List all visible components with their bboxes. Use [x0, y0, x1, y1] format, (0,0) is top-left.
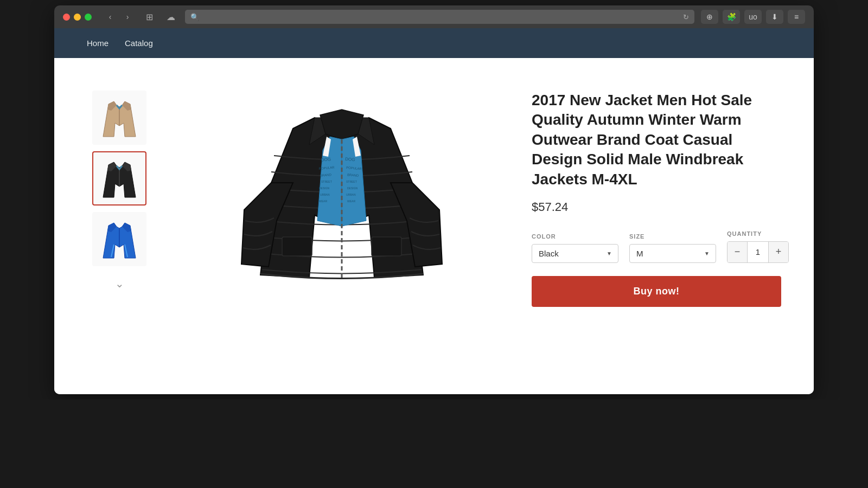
svg-text:WEAR: WEAR: [347, 200, 355, 203]
svg-text:DOG: DOG: [321, 157, 331, 163]
color-select-wrapper: Black Beige Blue: [532, 244, 618, 263]
svg-text:STREET: STREET: [321, 180, 332, 183]
color-select[interactable]: Black Beige Blue: [532, 244, 618, 263]
cloud-button[interactable]: ☁: [163, 11, 178, 23]
browser-actions: ⊕ 🧩 uo ⬇ ≡: [701, 10, 805, 24]
thumbnail-column: ⌄: [87, 80, 152, 318]
quantity-decrease-button[interactable]: −: [727, 242, 747, 262]
product-details: 2017 New Jacket Men Hot Sale Quality Aut…: [532, 80, 781, 318]
download-button[interactable]: ⬇: [766, 10, 783, 24]
quantity-option-group: QUANTITY − 1 +: [727, 230, 789, 263]
color-option-group: COLOR Black Beige Blue: [532, 233, 618, 263]
size-label: SIZE: [629, 233, 716, 240]
svg-rect-14: [282, 237, 312, 256]
reader-button[interactable]: uo: [744, 10, 762, 24]
product-price: $57.24: [532, 200, 781, 214]
site-header: Home Catalog: [54, 28, 814, 58]
nav-catalog[interactable]: Catalog: [125, 38, 153, 48]
color-label: COLOR: [532, 233, 618, 240]
svg-text:URBAN: URBAN: [320, 193, 330, 196]
back-button[interactable]: ‹: [103, 11, 118, 23]
svg-text:WEAR: WEAR: [319, 200, 327, 203]
more-button[interactable]: ≡: [788, 10, 805, 24]
svg-rect-15: [372, 237, 401, 256]
svg-text:URBAN: URBAN: [346, 193, 356, 196]
size-select-wrapper: M L XL 2XL 3XL 4XL: [629, 244, 716, 263]
quantity-value: 1: [747, 242, 769, 262]
quantity-control: − 1 +: [727, 241, 789, 263]
share-button[interactable]: ⊕: [701, 10, 718, 24]
product-layout: ⌄: [87, 80, 781, 318]
main-product-image: DOG POPULAR BRAND STREET DESIGN URBAN WE…: [239, 85, 445, 313]
buy-now-button[interactable]: Buy now!: [532, 276, 781, 307]
traffic-lights: [63, 14, 92, 21]
forward-button[interactable]: ›: [120, 11, 135, 23]
search-icon: 🔍: [190, 13, 199, 21]
address-bar[interactable]: 🔍 ↻: [185, 10, 694, 24]
site-body: ⌄: [54, 58, 814, 394]
nav-home[interactable]: Home: [87, 38, 108, 48]
product-title: 2017 New Jacket Men Hot Sale Quality Aut…: [532, 91, 781, 189]
size-option-group: SIZE M L XL 2XL 3XL 4XL: [629, 233, 716, 263]
traffic-light-maximize[interactable]: [85, 14, 92, 21]
main-image-area: DOG POPULAR BRAND STREET DESIGN URBAN WE…: [174, 80, 510, 318]
traffic-light-minimize[interactable]: [74, 14, 81, 21]
svg-text:DESIGN: DESIGN: [347, 187, 358, 190]
site-nav: Home Catalog: [87, 28, 781, 58]
browser-nav-buttons: ‹ ›: [103, 11, 135, 23]
svg-text:DESIGN: DESIGN: [319, 187, 330, 190]
thumbnail-scroll-down[interactable]: ⌄: [115, 277, 124, 290]
svg-text:DOG: DOG: [345, 157, 355, 163]
svg-text:STREET: STREET: [346, 180, 357, 183]
sidebar-toggle-button[interactable]: ⊞: [142, 11, 157, 23]
page-content: Home Catalog: [54, 28, 814, 394]
quantity-label: QUANTITY: [727, 230, 789, 237]
traffic-light-close[interactable]: [63, 14, 70, 21]
browser-titlebar: ‹ › ⊞ ☁ 🔍 ↻ ⊕ 🧩 uo ⬇ ≡: [54, 5, 814, 28]
refresh-icon[interactable]: ↻: [683, 13, 689, 21]
product-options: COLOR Black Beige Blue SIZE: [532, 230, 781, 263]
thumbnail-blue[interactable]: [92, 212, 146, 266]
quantity-increase-button[interactable]: +: [769, 242, 788, 262]
thumbnail-beige[interactable]: [92, 91, 146, 145]
browser-window: ‹ › ⊞ ☁ 🔍 ↻ ⊕ 🧩 uo ⬇ ≡ Home Catalog: [54, 5, 814, 394]
extensions-button[interactable]: 🧩: [723, 10, 740, 24]
size-select[interactable]: M L XL 2XL 3XL 4XL: [629, 244, 716, 263]
thumbnail-black[interactable]: [92, 151, 146, 206]
